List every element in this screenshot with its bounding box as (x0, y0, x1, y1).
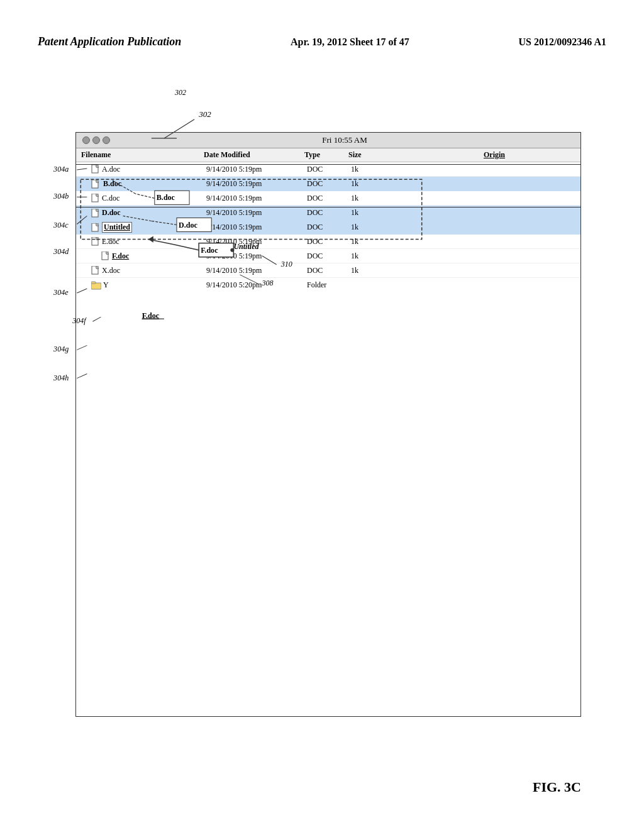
title-bar: Fri 10:55 AM (76, 133, 580, 148)
doc-icon-adoc (91, 165, 100, 174)
file-row-xdoc: X.doc 9/14/2010 5:19pm DOC 1k (76, 263, 580, 278)
filename-cdoc: C.doc (91, 194, 206, 203)
col-header-type: Type (304, 150, 348, 160)
doc-icon-ddoc (91, 209, 100, 218)
filename-fdoc-sub: F.doc (101, 252, 206, 261)
doc-icon-bdoc (91, 180, 100, 189)
diagram-area: 302 Fri 10:55 AM Origin Filename Date Mo… (38, 94, 606, 780)
doc-icon-fdoc-sub (101, 252, 110, 260)
filename-ddoc: D.doc (91, 208, 206, 218)
file-row-fdoc-sub: F.doc 9/14/2010 5:19pm DOC 1k (76, 249, 580, 263)
label-302-svg: 302 (198, 109, 211, 119)
col-header-filename: Filename (81, 150, 204, 160)
publication-number: US 2012/0092346 A1 (518, 35, 606, 50)
doc-icon-cdoc (91, 194, 100, 202)
col-header-size: Size (348, 150, 380, 160)
filename-bdoc: B.doc (91, 179, 206, 189)
doc-icon-edoc (91, 237, 100, 246)
file-row-ddoc: D.doc 9/14/2010 5:19pm DOC 1k (76, 206, 580, 220)
page-header: Patent Application Publication Apr. 19, … (0, 35, 644, 50)
file-manager-window: Fri 10:55 AM Origin Filename Date Modifi… (75, 132, 581, 717)
doc-icon-xdoc (91, 266, 100, 275)
filename-fdoc-selected: Untitled (91, 222, 206, 233)
col-header-date: Date Modified (204, 150, 304, 160)
doc-icon-fdoc-selected (91, 223, 100, 232)
file-row-fdoc-selected: Untitled 9/14/2010 5:19pm DOC 1k (76, 220, 580, 235)
window-title: Fri 10:55 AM (115, 135, 574, 145)
file-row-y: Y 9/14/2010 5:20pm Folder (76, 278, 580, 292)
window-controls (82, 136, 110, 144)
publication-info: Apr. 19, 2012 Sheet 17 of 47 (291, 35, 409, 50)
filename-xdoc: X.doc (91, 266, 206, 275)
file-row-bdoc: B.doc 9/14/2010 5:19pm DOC 1k (76, 177, 580, 191)
filename-y: Y (91, 280, 206, 290)
svg-rect-17 (91, 282, 96, 284)
svg-text:304b: 304b (53, 192, 69, 201)
label-302: 302 (175, 88, 186, 97)
file-row-edoc: E.doc 9/14/2010 5:19pm DOC 1k (76, 235, 580, 249)
rename-input[interactable]: Untitled (102, 222, 132, 233)
origin-label: Origin (484, 150, 505, 160)
svg-text:304g: 304g (53, 345, 69, 353)
svg-text:304d: 304d (53, 247, 69, 256)
folder-icon-y (91, 281, 101, 290)
svg-text:304e: 304e (53, 288, 69, 297)
close-button (82, 136, 90, 144)
svg-text:304c: 304c (53, 221, 69, 230)
svg-text:304h: 304h (53, 374, 69, 382)
filename-edoc: E.doc (91, 237, 206, 246)
maximize-button (103, 136, 110, 144)
filename-adoc: A.doc (91, 165, 206, 174)
minimize-button (92, 136, 100, 144)
svg-text:304a: 304a (53, 165, 69, 174)
figure-label: FIG. 3C (533, 779, 581, 795)
file-row-cdoc: C.doc 9/14/2010 5:19pm DOC 1k (76, 191, 580, 206)
publication-title: Patent Application Publication (38, 35, 181, 49)
